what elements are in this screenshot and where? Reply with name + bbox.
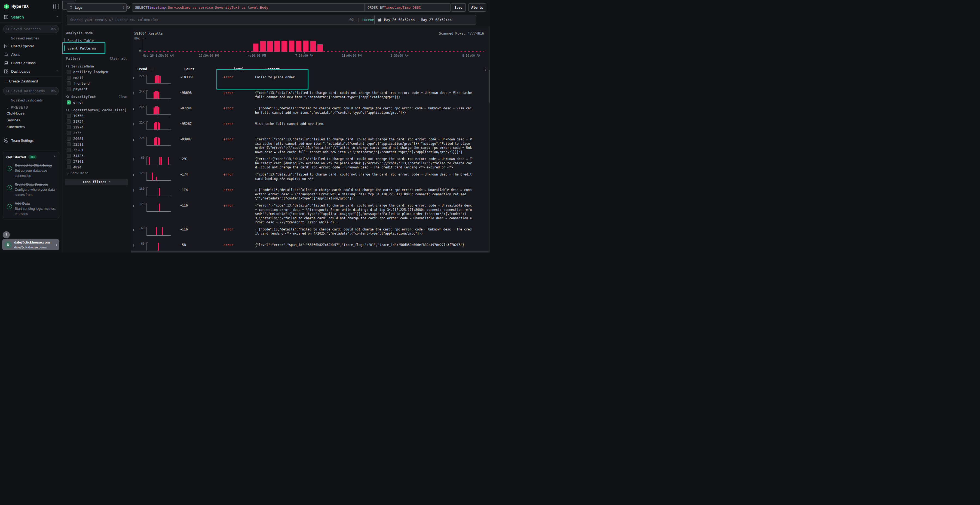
expand-chevron-icon[interactable]: ❯ [132, 186, 137, 192]
checkbox[interactable] [67, 142, 71, 146]
checkbox[interactable] [67, 76, 71, 80]
checkbox[interactable] [67, 165, 71, 169]
filter-option[interactable]: 29081 [66, 136, 128, 141]
user-menu[interactable]: D dale@clickhouse.com dale@clickhouse.co… [2, 239, 59, 250]
less-filters-button[interactable]: Less filters ⌃ [65, 179, 128, 185]
column-header-pattern[interactable]: ⋮⋮Pattern [259, 67, 280, 71]
filter-option[interactable]: 22974 [66, 124, 128, 130]
filter-option[interactable]: 21734 [66, 119, 128, 124]
checkbox[interactable] [67, 154, 71, 158]
checkbox[interactable] [67, 159, 71, 164]
checkbox[interactable] [67, 148, 71, 152]
drag-handle-icon[interactable]: ⋮⋮ [149, 67, 153, 71]
pattern-row[interactable]: ❯120~116error{"error":{"code":13,"detail… [131, 201, 490, 225]
pattern-row[interactable]: ❯22K~103351errorFailed to place order [131, 73, 490, 89]
get-started-item[interactable]: ✓ Create Data Sources Configure where yo… [7, 182, 56, 197]
alerts-button[interactable]: Alerts [468, 3, 486, 12]
sidebar-item-alerts[interactable]: Alerts [0, 50, 62, 59]
help-button[interactable]: ? [3, 231, 10, 238]
sidebar-item-search[interactable]: Search ⌃ [0, 12, 62, 22]
filter-option[interactable]: artillery-loadgen [66, 69, 128, 75]
chevron-up-icon[interactable]: ⌃ [54, 156, 56, 158]
sidebar-item-client-sessions[interactable]: Client Sessions [0, 59, 62, 67]
expand-chevron-icon[interactable]: ❯ [132, 89, 137, 95]
pattern-row[interactable]: ❯60~291error{"error":{"code":13,"details… [131, 155, 490, 170]
preset-kubernetes[interactable]: Kubernetes [0, 124, 62, 130]
date-range-picker[interactable]: May 26 08:52:44 - May 27 08:52:44 [374, 15, 476, 24]
saved-dashboards-input[interactable]: Saved Dashboards ⌘K [3, 87, 59, 95]
expand-chevron-icon[interactable]: ❯ [132, 226, 137, 232]
pattern-row[interactable]: ❯22K~95267errorVisa cache full: cannot a… [131, 120, 490, 135]
checkbox[interactable]: ✓ [67, 100, 71, 105]
expand-chevron-icon[interactable]: ❯ [132, 241, 137, 247]
expand-chevron-icon[interactable]: ❯ [132, 156, 137, 161]
expand-chevron-icon[interactable]: ❯ [132, 105, 137, 110]
clear-all-link[interactable]: Clear all [110, 57, 127, 60]
filter-option[interactable]: 2333 [66, 130, 128, 136]
get-started-item[interactable]: ✓ Connect to ClickHouse Set up your data… [7, 163, 56, 178]
filter-option[interactable]: email [66, 75, 128, 81]
get-started-item[interactable]: ✓ Add Data Start sending logs, metrics, … [7, 201, 56, 216]
pattern-row[interactable]: ❯22K~93987error{"error":{"code":13,"deta… [131, 135, 490, 155]
checkbox[interactable] [67, 119, 71, 124]
scrollbar-thumb[interactable] [488, 70, 490, 103]
expand-chevron-icon[interactable]: ❯ [132, 74, 137, 79]
sidebar-item-team-settings[interactable]: Team Settings [0, 136, 62, 145]
sidebar-item-chart-explorer[interactable]: Chart Explorer [0, 42, 62, 50]
lucene-mode-toggle[interactable]: Lucene [362, 18, 374, 22]
filter-option[interactable]: payment [66, 86, 128, 92]
checkbox[interactable] [67, 70, 71, 74]
filter-option[interactable]: 34423 [66, 153, 128, 159]
pattern-row[interactable]: ❯180~174error×{"code":13,"details":"fail… [131, 186, 490, 201]
pattern-row[interactable]: ❯24K~97244error×{"code":13,"details":"fa… [131, 104, 490, 120]
checkbox[interactable] [67, 137, 71, 141]
order-by-input[interactable]: ORDER BY TimestampTime DESC [364, 3, 451, 12]
analysis-mode-results-table[interactable]: Results Table [62, 37, 130, 44]
drag-handle-icon[interactable]: ⋮⋮ [228, 67, 232, 71]
drag-handle-icon[interactable]: ⋮⋮ [259, 67, 264, 71]
checkbox[interactable] [67, 131, 71, 135]
table-menu-icon[interactable]: ⋮ [484, 67, 488, 71]
pattern-row[interactable]: ❯60~116error×{"code":13,"details":"faile… [131, 225, 490, 241]
analysis-mode-event-patterns[interactable]: Event Patterns [62, 44, 130, 52]
expand-chevron-icon[interactable]: ❯ [132, 136, 137, 141]
preset-clickhouse[interactable]: ClickHouse [0, 110, 62, 117]
vertical-scrollbar[interactable] [488, 26, 490, 252]
column-header-level[interactable]: ⋮⋮level [228, 67, 259, 71]
checkbox[interactable] [67, 87, 71, 91]
filter-option[interactable]: 33261 [66, 147, 128, 153]
preset-services[interactable]: Services [0, 117, 62, 124]
column-header-count[interactable]: Count [184, 67, 228, 71]
clear-filter-link[interactable]: Clear [118, 95, 128, 99]
pattern-row[interactable]: ❯120~174error{"code":13,"details":"faile… [131, 170, 490, 186]
expand-chevron-icon[interactable]: ❯ [132, 202, 137, 208]
checkbox[interactable] [67, 81, 71, 86]
filter-option[interactable]: ✓error [66, 100, 128, 105]
sidebar-item-dashboards[interactable]: Dashboards ⌃ [0, 67, 62, 76]
create-dashboard-button[interactable]: + Create Dashboard [0, 77, 62, 85]
source-select[interactable]: Logs ▲▼ [67, 3, 127, 12]
checkbox[interactable] [67, 114, 71, 118]
sidebar-collapse-icon[interactable] [53, 4, 59, 9]
source-settings-gear-icon[interactable]: ⚙ [125, 3, 132, 11]
presets-toggle[interactable]: ⌄ PRESETS [0, 104, 62, 110]
search-input[interactable]: Search your events w/ Lucene ex. column:… [67, 15, 377, 24]
expand-chevron-icon[interactable]: ❯ [132, 171, 137, 176]
filter-option[interactable]: 32311 [66, 141, 128, 147]
column-header-trend[interactable]: Trend⋮⋮ [132, 67, 184, 71]
show-more-link[interactable]: ⌄Show more [66, 170, 128, 175]
filter-option[interactable]: frontend [66, 81, 128, 86]
results-histogram[interactable]: 80K 0 May 26 8:30:00 AM12:30:00 PM4:00:0… [143, 38, 484, 57]
saved-searches-input[interactable]: Saved Searches ⌘K [3, 25, 59, 33]
filter-option[interactable]: 19350 [66, 113, 128, 119]
filter-option[interactable]: 37801 [66, 159, 128, 164]
expand-chevron-icon[interactable]: ❯ [132, 120, 137, 126]
filter-option[interactable]: 4894 [66, 164, 128, 170]
sql-mode-toggle[interactable]: SQL [349, 18, 355, 22]
checkbox[interactable] [67, 125, 71, 129]
horizontal-scrollbar[interactable] [131, 251, 488, 252]
save-button[interactable]: Save [451, 3, 466, 12]
chevron-up-icon[interactable]: ⌃ [56, 70, 58, 73]
chevron-up-icon[interactable]: ⌃ [56, 16, 58, 18]
pattern-row[interactable]: ❯24K~98698error{"code":13,"details":"fai… [131, 89, 490, 104]
